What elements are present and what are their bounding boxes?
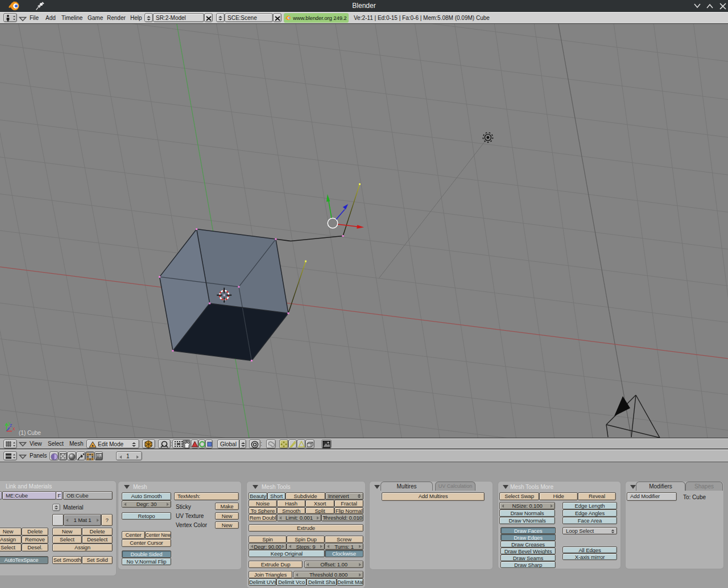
svg-text:(1) Cube: (1) Cube (19, 430, 41, 436)
svg-text:x: x (13, 426, 15, 431)
